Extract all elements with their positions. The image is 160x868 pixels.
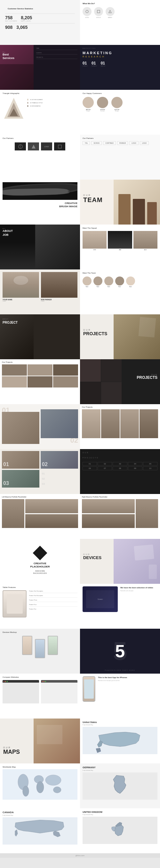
squad-img-1 (83, 231, 107, 249)
team-name-1: Name (83, 286, 91, 287)
stat-1-num: 758 (5, 15, 17, 20)
screen-mockup: Screen (83, 586, 118, 612)
team-avatar-3 (104, 277, 113, 285)
masonry-top (25, 499, 78, 513)
customer-avatar-1 (83, 97, 94, 108)
icon-item-1: DESIGN (83, 7, 91, 18)
compare-title: Compare Websites (3, 676, 77, 678)
svg-point-14 (45, 775, 61, 785)
partner-cortinex: CORTINEX (103, 141, 116, 145)
masonry-bot (25, 514, 78, 528)
partner-logo-4 (54, 143, 65, 150)
slide-happy-customers: Our Happy Customers JANE DOE Designer JO… (80, 90, 160, 135)
canada-map-display (3, 817, 77, 845)
team-avatar-5 (126, 277, 135, 285)
slide-us-map: United States Fully Editable Map (80, 718, 160, 764)
slide-big-5: 5 5 PLACEHOLDER TEXT HERE (80, 629, 160, 674)
proj-03: 03 (2, 470, 39, 488)
dark-project-imgs (80, 359, 122, 404)
row-18: Worldwide Map GERMANY Fully Editable Map (0, 764, 160, 808)
awesome-backgrounds: AWESOMEBACKGROUDS (33, 570, 47, 575)
num-08: 08 (113, 466, 127, 470)
row-6: ALL ABOUTJOB Meet The Squad JOHN JANE AL… (0, 224, 160, 270)
job-right-panel (35, 224, 80, 270)
slide-customer-stats: Customer Service Statistics 758 NEXT CUS… (0, 0, 80, 45)
slide-right-masonry: Right Masonry Portfolio Placeholder (80, 494, 160, 539)
about-right (34, 314, 80, 359)
canada-subtitle: Fully Editable Map (3, 814, 77, 816)
row-15: Devices Mockup 5 5 PLACEHOLDER TEXT HERE (0, 629, 160, 674)
squad-member-3: ALEX (133, 231, 157, 250)
team-avatar-1 (83, 277, 91, 285)
slide-germany-map: GERMANY Fully Editable Map (80, 764, 160, 808)
customer-role-2: Developer (97, 110, 108, 112)
uk-title: UNITED KINGDOM (83, 811, 157, 813)
creative-placeholder-title: CREATIVEPLACEHOLDER (30, 562, 50, 569)
numlist-projects: PROJECTS (83, 457, 157, 459)
diamond-icon (33, 546, 47, 560)
service-clients: CLIENTS (36, 52, 77, 54)
icon-label-3: MANAGE (106, 17, 115, 18)
slide-meet-team: Meet The Team Name Name Name Name Name (80, 270, 160, 314)
proj-01-num: 01 (3, 462, 9, 467)
mockup-phone-3 (48, 636, 58, 655)
partner-schick: SCHICK (91, 141, 102, 145)
circle-icon-2 (94, 7, 103, 16)
worldwide-map-display (3, 769, 77, 800)
uk-subtitle: Fully Editable Map (83, 814, 157, 815)
slide-best-app: This is the best App for iPhones Placeho… (80, 674, 160, 718)
marketing-label: MARKETING (83, 48, 96, 49)
slide-compare-websites: Compare Websites (0, 674, 80, 718)
squad-name-2: JANE (108, 249, 132, 250)
mockup-phone-2 (35, 639, 45, 658)
marketing-num-2: 01 (91, 61, 97, 65)
tri-label-3: 03 INFOGRAPHIC (28, 105, 77, 107)
icon-label-1: DESIGN (83, 17, 91, 18)
masonry-r-bot (82, 514, 135, 528)
team-avatar-4 (115, 277, 124, 285)
team-name-4: Name (115, 286, 124, 287)
squad-name-1: JOHN (83, 249, 107, 250)
customer-1: JANE DOE Designer (83, 97, 94, 112)
row-12: Left Masonry Portfolio Placeholder Right… (0, 494, 160, 539)
tri-label-2: 02 TRIANGLE STYLE (28, 102, 77, 103)
slide-our-projects-numlist: OUR PROJECTS 01 02 03 04 05 06 07 08 09 … (80, 449, 160, 494)
squad-img-2 (108, 231, 132, 249)
devices-mockup-title: Devices Mockup (3, 631, 77, 633)
customer-avatar-3 (111, 97, 123, 108)
germany-title: GERMANY (83, 766, 157, 769)
customer-2: JOHN DOE Developer (97, 97, 108, 112)
customer-role-3: Manager (111, 110, 123, 112)
row-13: CREATIVEPLACEHOLDER AWESOMEBACKGROUDS OU… (0, 539, 160, 584)
browser-content-2 (41, 683, 77, 704)
team-label: TEAM (83, 196, 103, 204)
maps-background (34, 718, 80, 764)
partner-logo5: LOGO (129, 141, 138, 145)
proj-03-num: 03 (3, 480, 9, 486)
partners-dark-title: Our Partners (3, 137, 77, 139)
team-name-2: Name (93, 286, 103, 287)
svg-point-11 (23, 786, 29, 797)
masonry-right-col (136, 499, 158, 528)
svg-point-0 (86, 10, 88, 13)
our-label: OUR (83, 194, 103, 196)
stat-2-num: 8,205 (21, 15, 32, 20)
about-label: ABOUT (3, 318, 17, 320)
row-8: ABOUT PROJECT OUR PROJECTS (0, 314, 160, 359)
team-member-5: Name (126, 277, 135, 287)
stat-1-label: NEXT CUSTOMERS (5, 20, 17, 22)
our-maps-text: OUR MAPS (3, 746, 20, 755)
person-1-label: Position (3, 301, 39, 302)
our-projects-title: PROJECTS (83, 331, 107, 336)
worldwide-title: Worldwide Map (3, 766, 77, 768)
our-projects-our: OUR (83, 329, 107, 331)
world-map-svg (6, 770, 75, 799)
slide-tablet-features: Tablet Features Feature One Description … (0, 584, 80, 629)
row-10: 01 02 Our Projects (0, 404, 160, 449)
germany-map-display (83, 772, 157, 800)
row-11: 01 02 03 01 02 03 OUR PROJECTS 01 02 03 … (0, 449, 160, 494)
row-14: Tablet Features Feature One Description … (0, 584, 160, 629)
row-16: Compare Websites (0, 674, 160, 718)
icon-item-2: DEVELOP (94, 7, 103, 18)
photo-3 (120, 409, 139, 438)
